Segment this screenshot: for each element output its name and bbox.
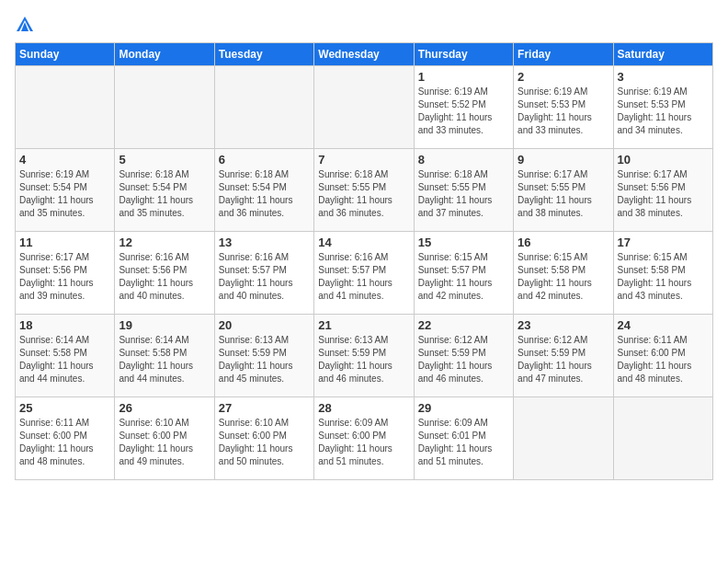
day-number: 13 (219, 236, 310, 249)
day-number: 20 (219, 318, 310, 332)
day-number: 7 (318, 153, 409, 167)
weekday-thursday: Thursday (414, 43, 513, 66)
calendar-cell (16, 66, 115, 149)
calendar-cell: 3Sunrise: 6:19 AMSunset: 5:53 PMDaylight… (613, 66, 712, 149)
day-info: Sunrise: 6:11 AMSunset: 6:00 PMDaylight:… (618, 334, 709, 385)
calendar-cell: 9Sunrise: 6:17 AMSunset: 5:55 PMDaylight… (514, 149, 613, 232)
day-number: 12 (119, 236, 210, 249)
calendar-cell: 13Sunrise: 6:16 AMSunset: 5:57 PMDayligh… (214, 232, 313, 315)
day-number: 9 (518, 153, 609, 167)
day-number: 3 (618, 70, 709, 84)
calendar-cell: 8Sunrise: 6:18 AMSunset: 5:55 PMDaylight… (414, 149, 513, 232)
calendar-cell: 24Sunrise: 6:11 AMSunset: 6:00 PMDayligh… (613, 315, 712, 397)
day-info: Sunrise: 6:13 AMSunset: 5:59 PMDaylight:… (318, 334, 409, 385)
day-info: Sunrise: 6:16 AMSunset: 5:57 PMDaylight:… (318, 251, 409, 303)
day-info: Sunrise: 6:11 AMSunset: 6:00 PMDaylight:… (19, 417, 110, 468)
day-number: 1 (418, 70, 509, 84)
day-info: Sunrise: 6:16 AMSunset: 5:56 PMDaylight:… (119, 251, 210, 303)
day-number: 8 (418, 153, 509, 167)
logo (15, 15, 39, 35)
day-number: 24 (618, 318, 709, 332)
calendar-cell: 6Sunrise: 6:18 AMSunset: 5:54 PMDaylight… (214, 149, 313, 232)
calendar-cell: 11Sunrise: 6:17 AMSunset: 5:56 PMDayligh… (16, 232, 115, 315)
day-number: 26 (119, 401, 210, 415)
calendar-week-2: 4Sunrise: 6:19 AMSunset: 5:54 PMDaylight… (16, 149, 713, 232)
day-info: Sunrise: 6:14 AMSunset: 5:58 PMDaylight:… (19, 334, 110, 385)
day-info: Sunrise: 6:19 AMSunset: 5:53 PMDaylight:… (518, 86, 609, 137)
day-info: Sunrise: 6:18 AMSunset: 5:54 PMDaylight:… (219, 168, 310, 220)
calendar-cell: 21Sunrise: 6:13 AMSunset: 5:59 PMDayligh… (314, 315, 414, 397)
calendar-cell: 7Sunrise: 6:18 AMSunset: 5:55 PMDaylight… (314, 149, 414, 232)
calendar-cell (514, 397, 613, 480)
calendar-cell: 1Sunrise: 6:19 AMSunset: 5:52 PMDaylight… (414, 66, 513, 149)
day-number: 5 (119, 153, 210, 167)
calendar-cell: 25Sunrise: 6:11 AMSunset: 6:00 PMDayligh… (16, 397, 115, 480)
weekday-header-row: SundayMondayTuesdayWednesdayThursdayFrid… (16, 43, 713, 66)
day-info: Sunrise: 6:17 AMSunset: 5:56 PMDaylight:… (19, 251, 110, 303)
calendar-cell: 16Sunrise: 6:15 AMSunset: 5:58 PMDayligh… (514, 232, 613, 315)
calendar-cell: 14Sunrise: 6:16 AMSunset: 5:57 PMDayligh… (314, 232, 414, 315)
day-info: Sunrise: 6:15 AMSunset: 5:58 PMDaylight:… (618, 251, 709, 303)
day-number: 29 (418, 401, 509, 415)
calendar-cell (115, 66, 214, 149)
calendar-cell (214, 66, 313, 149)
day-number: 25 (19, 401, 110, 415)
calendar-cell: 26Sunrise: 6:10 AMSunset: 6:00 PMDayligh… (115, 397, 214, 480)
day-number: 27 (219, 401, 310, 415)
day-number: 28 (318, 401, 409, 415)
calendar-cell (613, 397, 712, 480)
calendar-cell: 22Sunrise: 6:12 AMSunset: 5:59 PMDayligh… (414, 315, 513, 397)
day-number: 10 (618, 153, 709, 167)
day-number: 19 (119, 318, 210, 332)
day-number: 17 (618, 236, 709, 249)
day-info: Sunrise: 6:16 AMSunset: 5:57 PMDaylight:… (219, 251, 310, 303)
day-info: Sunrise: 6:09 AMSunset: 6:01 PMDaylight:… (418, 417, 509, 468)
day-info: Sunrise: 6:12 AMSunset: 5:59 PMDaylight:… (518, 334, 609, 385)
day-number: 23 (518, 318, 609, 332)
day-number: 18 (19, 318, 110, 332)
calendar-cell: 19Sunrise: 6:14 AMSunset: 5:58 PMDayligh… (115, 315, 214, 397)
day-info: Sunrise: 6:17 AMSunset: 5:55 PMDaylight:… (518, 168, 609, 220)
calendar-cell (314, 66, 414, 149)
calendar-cell: 5Sunrise: 6:18 AMSunset: 5:54 PMDaylight… (115, 149, 214, 232)
day-info: Sunrise: 6:15 AMSunset: 5:58 PMDaylight:… (518, 251, 609, 303)
day-info: Sunrise: 6:19 AMSunset: 5:52 PMDaylight:… (418, 86, 509, 137)
page-header (15, 15, 713, 35)
calendar-cell: 17Sunrise: 6:15 AMSunset: 5:58 PMDayligh… (613, 232, 712, 315)
calendar-week-1: 1Sunrise: 6:19 AMSunset: 5:52 PMDaylight… (16, 66, 713, 149)
day-number: 2 (518, 70, 609, 84)
calendar-cell: 15Sunrise: 6:15 AMSunset: 5:57 PMDayligh… (414, 232, 513, 315)
calendar-cell: 27Sunrise: 6:10 AMSunset: 6:00 PMDayligh… (214, 397, 313, 480)
day-info: Sunrise: 6:18 AMSunset: 5:55 PMDaylight:… (318, 168, 409, 220)
calendar-cell: 2Sunrise: 6:19 AMSunset: 5:53 PMDaylight… (514, 66, 613, 149)
calendar-cell: 23Sunrise: 6:12 AMSunset: 5:59 PMDayligh… (514, 315, 613, 397)
day-info: Sunrise: 6:10 AMSunset: 6:00 PMDaylight:… (219, 417, 310, 468)
calendar-week-4: 18Sunrise: 6:14 AMSunset: 5:58 PMDayligh… (16, 315, 713, 397)
day-number: 6 (219, 153, 310, 167)
day-number: 21 (318, 318, 409, 332)
day-info: Sunrise: 6:19 AMSunset: 5:53 PMDaylight:… (618, 86, 709, 137)
day-number: 14 (318, 236, 409, 249)
day-info: Sunrise: 6:19 AMSunset: 5:54 PMDaylight:… (19, 168, 110, 220)
day-info: Sunrise: 6:18 AMSunset: 5:55 PMDaylight:… (418, 168, 509, 220)
day-number: 16 (518, 236, 609, 249)
weekday-tuesday: Tuesday (214, 43, 313, 66)
calendar-cell: 20Sunrise: 6:13 AMSunset: 5:59 PMDayligh… (214, 315, 313, 397)
day-info: Sunrise: 6:10 AMSunset: 6:00 PMDaylight:… (119, 417, 210, 468)
calendar-cell: 28Sunrise: 6:09 AMSunset: 6:00 PMDayligh… (314, 397, 414, 480)
day-info: Sunrise: 6:15 AMSunset: 5:57 PMDaylight:… (418, 251, 509, 303)
calendar-cell: 29Sunrise: 6:09 AMSunset: 6:01 PMDayligh… (414, 397, 513, 480)
weekday-wednesday: Wednesday (314, 43, 414, 66)
weekday-sunday: Sunday (16, 43, 115, 66)
weekday-saturday: Saturday (613, 43, 712, 66)
calendar-cell: 12Sunrise: 6:16 AMSunset: 5:56 PMDayligh… (115, 232, 214, 315)
weekday-friday: Friday (514, 43, 613, 66)
day-info: Sunrise: 6:14 AMSunset: 5:58 PMDaylight:… (119, 334, 210, 385)
calendar-cell: 10Sunrise: 6:17 AMSunset: 5:56 PMDayligh… (613, 149, 712, 232)
logo-icon (15, 15, 35, 35)
day-info: Sunrise: 6:09 AMSunset: 6:00 PMDaylight:… (318, 417, 409, 468)
calendar-week-3: 11Sunrise: 6:17 AMSunset: 5:56 PMDayligh… (16, 232, 713, 315)
calendar-cell: 4Sunrise: 6:19 AMSunset: 5:54 PMDaylight… (16, 149, 115, 232)
day-number: 15 (418, 236, 509, 249)
calendar-table: SundayMondayTuesdayWednesdayThursdayFrid… (15, 42, 713, 480)
